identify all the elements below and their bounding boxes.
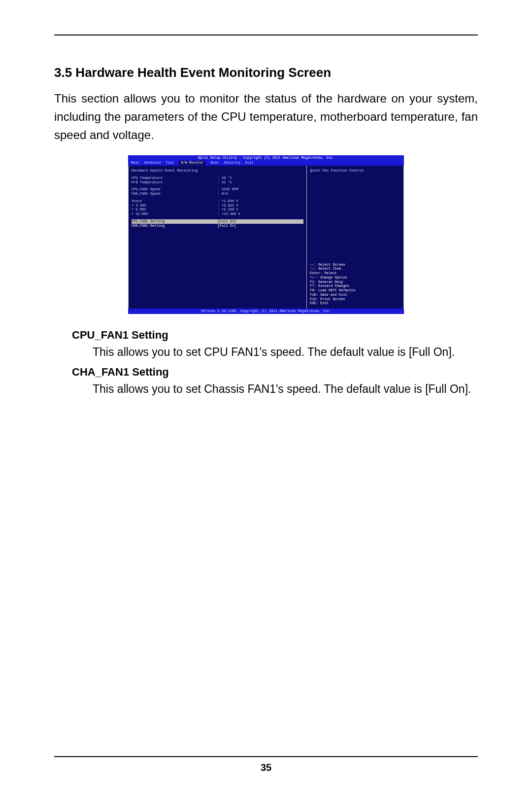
item-title-cha-fan1: CHA_FAN1 Setting: [72, 366, 478, 379]
top-rule: [54, 35, 478, 35]
bios-right-pane: Quiet Fan Function Control →←: Select Sc…: [307, 166, 403, 309]
page-footer: 35: [54, 756, 478, 773]
bios-menu-hwmonitor[interactable]: H/W Monitor: [179, 161, 205, 165]
bios-key: F9: Load UEFI Defaults: [310, 288, 400, 293]
bios-key: Enter: Select: [310, 271, 400, 276]
bios-row: CHA_FAN1 Speed : N/A: [132, 192, 303, 196]
bios-row-label: CHA_FAN1 Setting: [132, 224, 218, 228]
bios-row-value: : N/A: [218, 192, 304, 196]
bios-row-cha-fan1-setting[interactable]: CHA_FAN1 Setting [Full On]: [132, 224, 303, 228]
bios-row: + 5.00V : +5.160 V: [132, 208, 303, 212]
bottom-rule: [54, 756, 478, 757]
bios-row: M/B Temperature : 31 °C: [132, 180, 303, 185]
item-title-cpu-fan1: CPU_FAN1 Setting: [72, 329, 478, 342]
section-intro: This section allows you to monitor the s…: [54, 89, 478, 144]
bios-row-value: : +5.160 V: [218, 208, 304, 212]
bios-row-label: + 5.00V: [132, 208, 218, 212]
bios-row: + 12.00V : +12.408 V: [132, 212, 303, 216]
bios-key-help: →←: Select Screen ↑↓: Select Item Enter:…: [310, 263, 400, 306]
bios-key: F12: Print Screen: [310, 297, 400, 302]
bios-row-label: + 12.00V: [132, 212, 218, 216]
bios-menu-tool[interactable]: Tool: [166, 161, 174, 165]
bios-screen-header: Hardware Health Event Monitoring: [132, 169, 303, 173]
bios-left-pane: Hardware Health Event Monitoring CPU Tem…: [129, 166, 307, 309]
bios-item-help: Quiet Fan Function Control: [310, 169, 400, 173]
bios-menu-advanced[interactable]: Advanced: [144, 161, 161, 165]
bios-row-value: : 5232 RPM: [218, 187, 304, 192]
item-body-cha-fan1: This allows you to set Chassis FAN1's sp…: [93, 381, 478, 398]
bios-row: CPU_FAN1 Speed : 5232 RPM: [132, 187, 303, 192]
manual-page: 3.5 Hardware Health Event Monitoring Scr…: [0, 0, 532, 798]
bios-row-value: [Full On]: [218, 219, 304, 224]
bios-menu-security[interactable]: Security: [224, 161, 240, 165]
bios-row-label: CPU Temperature: [132, 176, 218, 180]
bios-key: ESC: Exit: [310, 301, 400, 306]
bios-menu-main[interactable]: Main: [131, 161, 139, 165]
item-body-cpu-fan1: This allows you to set CPU FAN1's speed.…: [93, 344, 478, 361]
bios-row: CPU Temperature : 49 °C: [132, 176, 303, 180]
bios-row: Vcore : +1.840 V: [132, 199, 303, 204]
bios-row-value: : +3.552 V: [218, 204, 304, 208]
bios-key: →←: Select Screen: [310, 263, 400, 267]
bios-row-cpu-fan1-setting[interactable]: CPU_FAN1 Setting [Full On]: [132, 219, 303, 224]
bios-row-label: CPU_FAN1 Speed: [132, 187, 218, 192]
bios-key: F7: Discard Changes: [310, 284, 400, 288]
bios-row-value: : +12.408 V: [218, 212, 304, 216]
bios-row-label: M/B Temperature: [132, 180, 218, 185]
bios-key: ↑↓: Select Item: [310, 267, 400, 271]
page-number: 35: [54, 762, 478, 773]
bios-row-value: [Full On]: [218, 224, 304, 228]
bios-menubar: Main Advanced Tool H/W Monitor Boot Secu…: [128, 160, 404, 166]
bios-row-label: CPU_FAN1 Setting: [132, 219, 218, 224]
bios-menu-exit[interactable]: Exit: [245, 161, 254, 165]
bios-key: +/-: Change Option: [310, 276, 400, 280]
bios-row-label: CHA_FAN1 Speed: [132, 192, 218, 196]
bios-footer: Version 2.10.1208. Copyright (C) 2011 Am…: [128, 309, 404, 314]
bios-titlebar: Aptio Setup Utility – Copyright (C) 2011…: [128, 155, 404, 161]
bios-body: Hardware Health Event Monitoring CPU Tem…: [128, 166, 404, 309]
bios-menu-boot[interactable]: Boot: [210, 161, 219, 165]
bios-key: F10: Save and Exit: [310, 293, 400, 297]
bios-row-value: : +1.840 V: [218, 199, 304, 204]
section-title: 3.5 Hardware Health Event Monitoring Scr…: [54, 65, 478, 80]
bios-row-label: + 3.30V: [132, 204, 218, 208]
bios-row-value: : 49 °C: [218, 176, 304, 180]
bios-row-label: Vcore: [132, 199, 218, 204]
bios-key: F1: General Help: [310, 280, 400, 284]
bios-screenshot: Aptio Setup Utility – Copyright (C) 2011…: [128, 155, 404, 314]
bios-row-value: : 31 °C: [218, 180, 304, 185]
bios-row: + 3.30V : +3.552 V: [132, 204, 303, 208]
